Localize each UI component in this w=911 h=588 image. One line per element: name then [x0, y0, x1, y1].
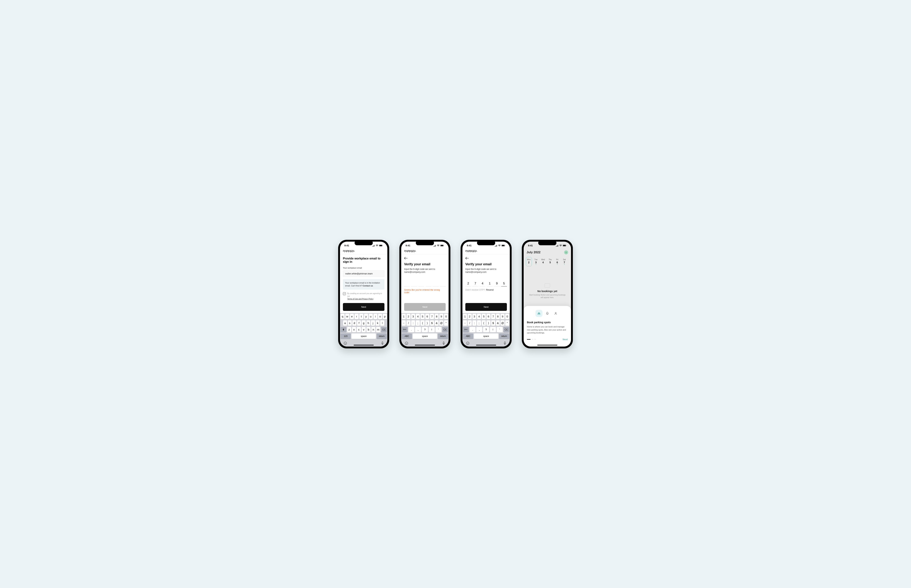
next-button[interactable]: Next [343, 303, 384, 311]
key[interactable]: . [470, 327, 475, 332]
symbol-switch-key[interactable]: #+= [402, 327, 407, 332]
key[interactable]: - [463, 320, 467, 326]
backspace-key[interactable] [504, 327, 509, 332]
key[interactable]: 9 [501, 314, 504, 319]
key-k[interactable]: k [376, 320, 380, 326]
back-arrow-icon[interactable] [465, 257, 470, 260]
key[interactable]: ! [490, 327, 496, 332]
key[interactable]: $ [430, 320, 434, 326]
return-key[interactable]: return [376, 333, 387, 339]
abc-switch-key[interactable]: ABC [402, 333, 412, 339]
key[interactable]: ? [483, 327, 489, 332]
key[interactable]: 9 [439, 314, 443, 319]
emoji-icon[interactable] [466, 341, 470, 345]
mic-icon[interactable] [381, 341, 384, 345]
key[interactable]: ) [425, 320, 429, 326]
key[interactable]: 2 [407, 314, 410, 319]
key-c[interactable]: c [357, 327, 361, 332]
key[interactable]: ( [420, 320, 425, 326]
day-4[interactable]: Wed4 [540, 257, 546, 267]
key[interactable]: @ [501, 320, 504, 326]
key-f[interactable]: f [357, 320, 361, 326]
key-x[interactable]: x [352, 327, 356, 332]
mic-icon[interactable] [442, 341, 445, 345]
mic-icon[interactable] [504, 341, 506, 345]
resend-link[interactable]: Resend [486, 289, 494, 291]
key-p[interactable]: p [383, 314, 387, 319]
key-z[interactable]: z [347, 327, 351, 332]
shift-key[interactable] [341, 327, 346, 332]
key[interactable]: 6 [486, 314, 491, 319]
key[interactable]: $ [491, 320, 495, 326]
day-6[interactable]: Fri6 [554, 257, 560, 267]
backspace-key[interactable] [381, 327, 387, 332]
key-s[interactable]: s [348, 320, 352, 326]
key-i[interactable]: i [373, 314, 378, 319]
key[interactable]: , [476, 327, 482, 332]
emoji-icon[interactable] [405, 341, 408, 345]
key[interactable]: : [411, 320, 415, 326]
key[interactable]: 8 [496, 314, 500, 319]
contact-us-link[interactable]: Contact us [363, 284, 373, 287]
key-u[interactable]: u [369, 314, 373, 319]
profile-smiley-icon[interactable] [564, 250, 568, 254]
key-h[interactable]: h [367, 320, 370, 326]
abc-switch-key[interactable]: ABC [463, 333, 473, 339]
key[interactable]: " [505, 320, 509, 326]
week-calendar[interactable]: Mon2Tue3Wed4Thu5Fri6Sat7 [523, 257, 571, 269]
space-key[interactable]: space [413, 333, 437, 339]
key[interactable]: 3 [411, 314, 415, 319]
terms-checkbox[interactable] [343, 292, 346, 295]
keyboard-qwerty[interactable]: qwertyuiopasdfghjklzxcvbnm123spacereturn [340, 313, 388, 347]
tab-profile[interactable] [552, 310, 559, 317]
key-b[interactable]: b [367, 327, 371, 332]
key[interactable]: @ [439, 320, 443, 326]
key[interactable]: ' [436, 327, 441, 332]
key[interactable]: 0 [444, 314, 448, 319]
keyboard-numeric[interactable]: 1234567890-/:;()$&@"#+=.,?!'ABCspaceretu… [401, 313, 449, 347]
key-v[interactable]: v [362, 327, 366, 332]
otp-input-row[interactable]: 2 7 4 1 9 5 [465, 282, 507, 286]
day-2[interactable]: Mon2 [526, 257, 532, 267]
day-7[interactable]: Sat7 [561, 257, 567, 267]
tab-home[interactable] [535, 310, 543, 317]
email-field[interactable]: walter.white@pinkman.team [343, 270, 384, 277]
key[interactable]: 1 [402, 314, 406, 319]
key-g[interactable]: g [362, 320, 366, 326]
day-5[interactable]: Thu5 [547, 257, 553, 267]
key-m[interactable]: m [376, 327, 380, 332]
key[interactable]: / [407, 320, 410, 326]
key[interactable]: 5 [420, 314, 425, 319]
key[interactable]: - [402, 320, 406, 326]
key-l[interactable]: l [380, 320, 384, 326]
sheet-next-button[interactable]: Next [563, 338, 568, 341]
key[interactable]: ' [497, 327, 503, 332]
key[interactable]: 1 [463, 314, 467, 319]
key[interactable]: ) [486, 320, 491, 326]
key[interactable]: 7 [491, 314, 495, 319]
space-key[interactable]: space [352, 333, 376, 339]
key[interactable]: " [444, 320, 448, 326]
keyboard-numeric[interactable]: 1234567890-/:;()$&@"#+=.,?!'ABCspaceretu… [462, 313, 510, 347]
day-3[interactable]: Tue3 [533, 257, 539, 267]
return-key[interactable]: return [438, 333, 448, 339]
key[interactable]: & [435, 320, 439, 326]
key[interactable]: 0 [505, 314, 509, 319]
key[interactable]: ( [482, 320, 486, 326]
key-w[interactable]: w [345, 314, 349, 319]
key-j[interactable]: j [371, 320, 375, 326]
key[interactable]: ! [429, 327, 435, 332]
key-e[interactable]: e [350, 314, 354, 319]
next-button[interactable]: Next [465, 303, 507, 311]
backspace-key[interactable] [442, 327, 448, 332]
symbol-switch-key[interactable]: #+= [463, 327, 469, 332]
key[interactable]: 7 [430, 314, 434, 319]
key[interactable]: . [408, 327, 414, 332]
emoji-icon[interactable] [344, 341, 347, 345]
key[interactable]: 3 [472, 314, 476, 319]
key[interactable]: & [496, 320, 500, 326]
key-r[interactable]: r [355, 314, 359, 319]
otp-input-row[interactable] [404, 282, 446, 286]
key[interactable]: 2 [468, 314, 472, 319]
key-o[interactable]: o [378, 314, 382, 319]
